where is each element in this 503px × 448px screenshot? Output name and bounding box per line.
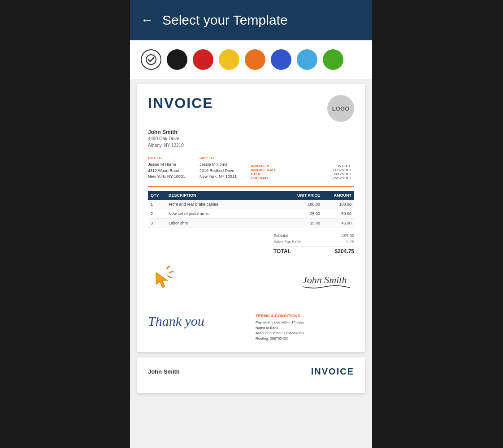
second-invoice-card[interactable]: John Smith INVOICE <box>137 358 365 393</box>
second-card-header: John Smith INVOICE <box>148 366 354 377</box>
col-unit-price: UNIT PRICE <box>284 193 320 198</box>
sender-address: 4490 Oak Drive Albany, NY 12210 <box>148 135 354 149</box>
sender-info: John Smith 4490 Oak Drive Albany, NY 122… <box>148 129 354 149</box>
col-qty: QTY <box>151 193 169 198</box>
tax-row: Sales Tax 5.0% 9.75 <box>273 239 354 245</box>
color-option-green[interactable] <box>323 49 343 70</box>
svg-text:John Smith: John Smith <box>303 274 347 285</box>
info-grid: BILL TO Jessie M Horne 4312 Wood Road Ne… <box>148 156 354 180</box>
header: ← Select your Template <box>130 0 372 40</box>
total-row: TOTAL $204.75 <box>273 246 354 255</box>
logo-placeholder: LOGO <box>327 95 354 122</box>
bill-to-section: BILL TO Jessie M Horne 4312 Wood Road Ne… <box>148 156 199 180</box>
signature: John Smith <box>300 264 354 293</box>
thank-you-section: Thank you TERMS & CONDITIONS Payment is … <box>148 306 354 341</box>
color-option-check[interactable] <box>141 49 161 70</box>
main-content: INVOICE LOGO John Smith 4490 Oak Drive A… <box>130 40 372 448</box>
svg-line-1 <box>167 266 169 269</box>
totals-section: Subtotal 195.00 Sales Tax 5.0% 9.75 TOTA… <box>148 233 354 255</box>
subtotal-row: Subtotal 195.00 <box>273 233 354 239</box>
bottom-section: John Smith <box>148 264 354 293</box>
cursor-icon <box>148 264 175 293</box>
color-option-yellow[interactable] <box>219 49 239 70</box>
table-header: QTY DESCRIPTION UNIT PRICE AMOUNT <box>148 191 354 200</box>
invoice-meta-labels: INVOICE # INVOICE DATE P.O.# DUE DATE IN… <box>251 156 354 180</box>
table-row: 3 Labor 3hrs 15.00 45.00 <box>148 219 354 228</box>
click-cursor-icon <box>148 264 175 291</box>
invoice-template-card[interactable]: INVOICE LOGO John Smith 4490 Oak Drive A… <box>137 84 365 352</box>
table-divider <box>148 186 354 187</box>
second-card-invoice-label: INVOICE <box>311 366 354 377</box>
terms-box: TERMS & CONDITIONS Payment is due within… <box>256 314 354 341</box>
sender-name: John Smith <box>148 129 354 135</box>
checkmark-icon <box>146 54 156 65</box>
table-row: 2 New set of pedal arms 25.00 50.00 <box>148 209 354 219</box>
signature-svg: John Smith <box>300 264 354 291</box>
svg-line-2 <box>169 271 173 272</box>
back-button[interactable]: ← <box>141 14 153 26</box>
color-option-cyan[interactable] <box>297 49 317 70</box>
thank-you-text: Thank you <box>148 314 204 329</box>
svg-marker-4 <box>156 272 168 288</box>
ship-to-section: SHIP TO Jessie M Horne 2019 Redbud Drive… <box>199 156 251 180</box>
table-row: 1 Front and rear brake cables 100.00 100… <box>148 200 354 209</box>
page-title: Select your Template <box>162 13 288 28</box>
svg-point-0 <box>146 55 156 65</box>
col-amount: AMOUNT <box>320 193 351 198</box>
color-option-black[interactable] <box>167 49 187 70</box>
color-selector <box>130 40 372 79</box>
col-description: DESCRIPTION <box>169 193 284 198</box>
svg-line-3 <box>168 276 171 278</box>
color-option-orange[interactable] <box>245 49 265 70</box>
color-option-blue[interactable] <box>271 49 291 70</box>
second-card-name: John Smith <box>148 368 180 375</box>
color-option-red[interactable] <box>193 49 213 70</box>
invoice-title: INVOICE <box>148 95 213 112</box>
